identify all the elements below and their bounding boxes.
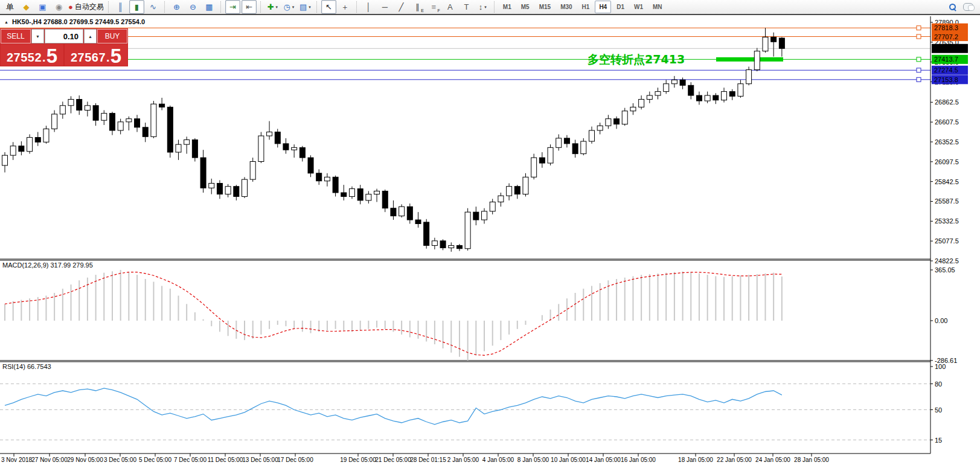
chart-workspace: 27890.027635.027380.027125.026862.526607… <box>0 16 980 468</box>
tf-m30[interactable]: M30 <box>556 1 576 13</box>
autotrading-button[interactable]: ●自动交易 <box>68 0 104 14</box>
toolbar-separator <box>356 1 357 13</box>
templates-icon[interactable]: ▤▾ <box>298 0 313 14</box>
svg-text:100: 100 <box>935 363 946 370</box>
svg-text:24822.5: 24822.5 <box>935 257 959 264</box>
rsi-indicator-label: RSI(14) 66.7543 <box>2 363 51 370</box>
zoom-in-icon[interactable]: ⊕ <box>169 0 184 14</box>
collapse-icon[interactable]: ▲ <box>4 20 8 24</box>
macd-panel <box>5 270 782 361</box>
horizontal-line-icon[interactable]: ─ <box>377 0 392 14</box>
arrows-icon[interactable]: ↕▾ <box>475 0 490 14</box>
svg-text:16 Jan 05:00: 16 Jan 05:00 <box>621 457 656 463</box>
svg-text:25332.5: 25332.5 <box>935 217 959 225</box>
buy-button[interactable]: BUY <box>97 29 127 43</box>
sell-price[interactable]: 27552 . 5 <box>1 44 63 66</box>
orders-label: 单 <box>2 0 18 14</box>
periods-icon[interactable]: ◷▾ <box>281 0 296 14</box>
tf-m5[interactable]: M5 <box>517 1 534 13</box>
bar-chart-icon[interactable]: ║ <box>113 0 128 14</box>
svg-text:365.05: 365.05 <box>935 266 955 274</box>
new-order-icon[interactable]: ◆ <box>19 0 34 14</box>
mt4-window: 单◆▣◉●自动交易║▮∿⊕⊖▦⇥⇤✚▾◷▾▤▾↖＋│─╱∥E≡FAT↕▾M1M5… <box>0 0 980 468</box>
time-axis[interactable]: 3 Nov 201827 Nov 05:0029 Nov 05:003 Dec … <box>0 454 930 463</box>
volume-step-up[interactable]: ▲ <box>84 29 97 43</box>
svg-text:26097.5: 26097.5 <box>935 158 959 165</box>
pivot-highlight-bar[interactable] <box>716 57 783 62</box>
tile-windows-icon[interactable]: ▦ <box>202 0 217 14</box>
svg-text:25842.5: 25842.5 <box>935 178 959 185</box>
svg-text:10 Jan 05:00: 10 Jan 05:00 <box>551 457 586 463</box>
tf-w1[interactable]: W1 <box>630 1 647 13</box>
rsi-panel <box>0 384 930 440</box>
svg-text:3 Dec 05:00: 3 Dec 05:00 <box>104 457 136 463</box>
svg-text:17 Dec 05:00: 17 Dec 05:00 <box>277 457 313 463</box>
toolbar-separator <box>108 1 109 13</box>
toolbar-separator <box>220 1 222 13</box>
indicators-icon[interactable]: ✚▾ <box>265 0 280 14</box>
price-lines[interactable] <box>0 26 930 82</box>
crosshair-icon[interactable]: ＋ <box>338 0 353 14</box>
toolbar-separator <box>260 1 261 13</box>
buy-price-main: 27567 <box>71 51 106 65</box>
macd-indicator-label: MACD(12,26,9) 317.99 279.95 <box>2 261 93 269</box>
hline-handle[interactable] <box>917 26 921 30</box>
svg-text:18 Jan 05:00: 18 Jan 05:00 <box>678 457 713 463</box>
chat-icon[interactable] <box>963 3 973 11</box>
svg-text:27818.3: 27818.3 <box>934 24 958 31</box>
buy-price-pip: 5 <box>110 48 121 65</box>
svg-text:8 Jan 05:00: 8 Jan 05:00 <box>517 457 549 463</box>
line-chart-icon[interactable]: ∿ <box>146 0 161 14</box>
svg-text:27554.0: 27554.0 <box>934 45 958 52</box>
cursor-icon[interactable]: ↖ <box>321 0 336 14</box>
hline-handle[interactable] <box>917 34 921 39</box>
vertical-line-icon[interactable]: │ <box>361 0 376 14</box>
tf-m15[interactable]: M15 <box>535 1 555 13</box>
svg-text:13 Dec 05:00: 13 Dec 05:00 <box>242 457 278 463</box>
pivot-annotation-text[interactable]: 多空转折点27413 <box>588 52 685 68</box>
sell-button[interactable]: SELL <box>1 29 31 43</box>
svg-text:80: 80 <box>935 380 942 388</box>
chart-canvas[interactable]: 27890.027635.027380.027125.026862.526607… <box>0 16 980 468</box>
search-icon[interactable] <box>949 3 957 11</box>
fibonacci-icon[interactable]: ≡F <box>426 0 441 14</box>
sell-price-pip: 5 <box>46 48 57 65</box>
channel-icon[interactable]: ∥E <box>410 0 425 14</box>
price-axis[interactable]: 27890.027635.027380.027125.026862.526607… <box>930 16 968 454</box>
svg-text:7 Dec 05:00: 7 Dec 05:00 <box>174 457 207 463</box>
tf-d1[interactable]: D1 <box>612 1 629 13</box>
svg-text:27 Nov 05:00: 27 Nov 05:00 <box>31 457 68 463</box>
buy-price[interactable]: 27567 . 5 <box>65 44 127 66</box>
autoscroll-icon[interactable]: ⇥ <box>225 0 240 14</box>
toolbar-separator <box>164 1 165 13</box>
hline-handle[interactable] <box>917 68 921 72</box>
text-icon[interactable]: A <box>443 0 458 14</box>
svg-text:14 Jan 05:00: 14 Jan 05:00 <box>586 457 621 463</box>
zoom-out-icon[interactable]: ⊖ <box>185 0 200 14</box>
toolbar-separator <box>494 1 495 13</box>
trendline-icon[interactable]: ╱ <box>394 0 409 14</box>
svg-text:11 Dec 05:00: 11 Dec 05:00 <box>208 457 243 463</box>
toolbar-separator <box>316 1 318 13</box>
svg-text:2 Jan 05:00: 2 Jan 05:00 <box>447 457 479 463</box>
signal-icon[interactable]: ◉ <box>51 0 66 14</box>
tf-mn[interactable]: MN <box>649 1 667 13</box>
tf-h1[interactable]: H1 <box>578 1 594 13</box>
chart-window-icon[interactable]: ▣ <box>35 0 50 14</box>
svg-text:25077.5: 25077.5 <box>935 237 959 245</box>
tf-h4[interactable]: H4 <box>595 1 611 13</box>
candlestick-chart-icon[interactable]: ▮ <box>129 0 144 14</box>
svg-text:26352.5: 26352.5 <box>935 138 959 146</box>
tf-m1[interactable]: M1 <box>499 1 516 13</box>
svg-text:5 Dec 05:00: 5 Dec 05:00 <box>139 457 171 463</box>
chart-shift-icon[interactable]: ⇤ <box>242 0 257 14</box>
label-icon[interactable]: T <box>459 0 474 14</box>
volume-step-down[interactable]: ▼ <box>31 29 44 43</box>
hline-handle[interactable] <box>917 77 921 82</box>
svg-text:21 Dec 05:00: 21 Dec 05:00 <box>375 457 411 463</box>
toolbar: 单◆▣◉●自动交易║▮∿⊕⊖▦⇥⇤✚▾◷▾▤▾↖＋│─╱∥E≡FAT↕▾M1M5… <box>0 0 980 15</box>
volume-input[interactable]: 0.10 <box>45 29 83 43</box>
hline-handle[interactable] <box>917 57 921 62</box>
svg-text:26862.5: 26862.5 <box>935 98 959 106</box>
rsi-line <box>5 388 782 425</box>
